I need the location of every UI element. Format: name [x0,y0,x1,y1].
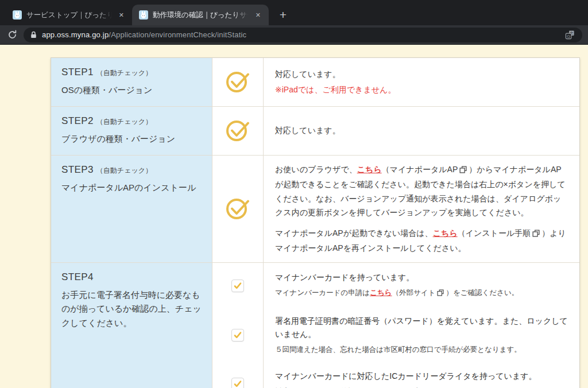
item-label: 署名用電子証明書の暗証番号（パスワード）を覚えています。また、ロックしていません… [275,315,568,341]
item-label: マイナンバーカードに対応したICカードリーダライタを持っています。 [275,370,568,383]
browser-window: サービストップ｜ぴったりサー ✕ 動作環境の確認｜ぴったりサー ✕ + app.… [0,0,588,388]
step2-status-cell [212,107,264,155]
step1-auto-check-note: （自動チェック） [96,69,152,77]
tab-strip: サービストップ｜ぴったりサー ✕ 動作環境の確認｜ぴったりサー ✕ + [0,0,588,25]
checklist-item-pin-remembered: 署名用電子証明書の暗証番号（パスワード）を覚えています。また、ロックしていません… [212,309,579,362]
external-window-icon [459,164,467,178]
step1-title: STEP1 [61,67,94,77]
step4-item-body: マイナンバーカードに対応したICカードリーダライタを持っています。 対応機種はこ… [264,361,579,388]
check-circle-icon [225,195,251,223]
step4-item-body: マイナンバーカードを持っています。 マイナンバーカードの申請はこちら（外部サイト… [264,263,579,309]
check-circle-icon [225,117,251,145]
step1-header-cell: STEP1（自動チェック） OSの種類・バージョン [51,58,212,106]
check-circle-icon [225,68,251,96]
row-step1: STEP1（自動チェック） OSの種類・バージョン 対応しています。 ※iPad… [51,58,579,106]
checklist-item-ic-card-reader: マイナンバーカードに対応したICカードリーダライタを持っています。 対応機種はこ… [212,361,579,388]
row-step4: STEP4 お手元に電子署名付与時に必要なものが揃っているか確認の上、チェックし… [51,262,579,388]
step2-auto-check-note: （自動チェック） [96,118,152,126]
step4-header-cell: STEP4 お手元に電子署名付与時に必要なものが揃っているか確認の上、チェックし… [51,263,212,388]
step4-checklist: マイナンバーカードを持っています。 マイナンバーカードの申請はこちら（外部サイト… [212,263,579,388]
external-window-icon [532,227,540,242]
address-bar[interactable]: app.oss.myna.go.jp/Application/environme… [24,28,582,42]
step2-result-cell: 対応しています。 [264,107,579,155]
kochira-link-launch-ap[interactable]: こちら [357,165,382,174]
tab-service-top[interactable]: サービストップ｜ぴったりサー ✕ [6,5,132,25]
tab-close-icon[interactable]: ✕ [117,10,126,20]
url-domain: app.oss.myna.go.jp [42,30,109,39]
step4-check-cell [212,263,264,309]
translate-icon[interactable]: 文G [564,29,575,40]
tab-close-icon[interactable]: ✕ [253,10,263,20]
page-content: STEP1（自動チェック） OSの種類・バージョン 対応しています。 ※iPad… [0,45,588,388]
pittari-service-favicon [139,10,148,20]
checklist-item-mynumber-card: マイナンバーカードを持っています。 マイナンバーカードの申請はこちら（外部サイト… [212,263,579,309]
item-note: マイナンバーカードの申請はこちら（外部サイト）をご確認ください。 [275,287,568,300]
tab-environment-check[interactable]: 動作環境の確認｜ぴったりサー ✕ [132,5,269,25]
pittari-service-favicon [13,10,22,20]
checkbox-ic-card-reader[interactable] [231,378,244,388]
external-window-icon [437,288,444,300]
step4-subtitle: お手元に電子署名付与時に必要なものが揃っているか確認の上、チェックしてください。 [61,288,202,331]
step3-header-cell: STEP3（自動チェック） マイナポータルAPのインストール [51,156,212,262]
step4-check-cell [212,361,264,388]
step1-status-cell [212,58,264,106]
step3-paragraph-reinstall: マイナポータルAPが起動できない場合は、こちら（インストール手順）よりマイナポー… [275,226,568,255]
step4-item-body: 署名用電子証明書の暗証番号（パスワード）を覚えています。また、ロックしていません… [264,309,579,362]
svg-text:G: G [567,34,570,39]
item-note: 対応機種はこちら（外部サイト）をご確認ください。 [275,386,568,388]
tab-title: 動作環境の確認｜ぴったりサー [153,10,249,20]
row-step3: STEP3（自動チェック） マイナポータルAPのインストール お使いのブラウザで… [51,155,579,262]
kochira-link-install-guide[interactable]: こちら [433,228,458,238]
checkbox-mynumber-card[interactable] [231,280,244,292]
checkbox-pin-remembered[interactable] [231,329,244,342]
step1-status-text: 対応しています。 [275,67,568,82]
step2-title: STEP2 [61,115,94,126]
tab-title: サービストップ｜ぴったりサー [26,10,112,20]
kochira-link-card-application[interactable]: こちら [370,289,392,297]
step1-ipad-warning: ※iPadでは、ご利用できません。 [275,83,568,97]
reload-icon[interactable] [6,29,18,41]
step2-header-cell: STEP2（自動チェック） ブラウザの種類・バージョン [51,107,212,155]
lock-icon[interactable] [30,31,37,38]
step3-result-cell: お使いのブラウザで、こちら（マイナポータルAP）からマイナポータルAPが起動でき… [264,156,579,262]
step1-result-cell: 対応しています。 ※iPadでは、ご利用できません。 [264,58,579,106]
step3-auto-check-note: （自動チェック） [96,166,152,174]
item-note: ５回間違えた場合、忘れた場合は市区町村の窓口で手続が必要となります。 [275,344,568,356]
step2-status-text: 対応しています。 [275,123,568,138]
step1-subtitle: OSの種類・バージョン [61,83,202,98]
item-label: マイナンバーカードを持っています。 [275,271,568,284]
new-tab-button[interactable]: + [274,6,292,24]
step3-subtitle: マイナポータルAPのインストール [61,181,202,195]
step4-check-cell [212,309,264,362]
step3-title: STEP3 [61,164,94,175]
step4-title: STEP4 [61,271,94,282]
url-path: /Application/environmentCheck/initStatic [109,30,246,39]
row-step2: STEP2（自動チェック） ブラウザの種類・バージョン 対応しています。 [51,106,579,155]
step3-paragraph-launch: お使いのブラウザで、こちら（マイナポータルAP）からマイナポータルAPが起動でき… [275,162,568,220]
browser-toolbar: app.oss.myna.go.jp/Application/environme… [0,25,588,45]
step3-status-cell [212,156,264,262]
step2-subtitle: ブラウザの種類・バージョン [61,132,202,146]
environment-check-table: STEP1（自動チェック） OSの種類・バージョン 対応しています。 ※iPad… [51,57,580,388]
